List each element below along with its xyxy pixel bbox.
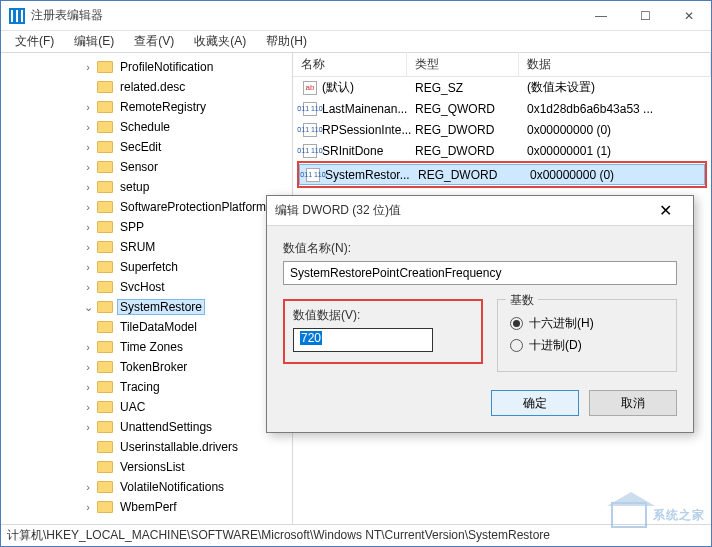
column-data[interactable]: 数据 bbox=[519, 52, 711, 77]
folder-icon bbox=[97, 201, 113, 213]
tree-item[interactable]: ›WbemPerf bbox=[1, 497, 292, 517]
tree-item[interactable]: ›VolatileNotifications bbox=[1, 477, 292, 497]
value-data: 0x1d28db6a6b43a53 ... bbox=[523, 102, 707, 116]
chevron-down-icon[interactable]: ⌄ bbox=[81, 301, 95, 314]
window-titlebar: 注册表编辑器 — ☐ ✕ bbox=[1, 1, 711, 31]
column-name[interactable]: 名称 bbox=[293, 52, 407, 77]
value-row[interactable]: 011 110RPSessionInte...REG_DWORD0x000000… bbox=[297, 119, 707, 140]
folder-icon bbox=[97, 261, 113, 273]
value-data: 0x00000001 (1) bbox=[523, 144, 707, 158]
tree-item[interactable]: ›UnattendSettings bbox=[1, 417, 292, 437]
binary-value-icon: 011 110 bbox=[303, 102, 317, 116]
chevron-right-icon[interactable]: › bbox=[81, 241, 95, 253]
chevron-right-icon[interactable]: › bbox=[81, 101, 95, 113]
chevron-right-icon[interactable]: › bbox=[81, 341, 95, 353]
value-type: REG_DWORD bbox=[414, 168, 526, 182]
tree-item-label: related.desc bbox=[117, 79, 188, 95]
tree-item[interactable]: ›SvcHost bbox=[1, 277, 292, 297]
cancel-button[interactable]: 取消 bbox=[589, 390, 677, 416]
chevron-right-icon[interactable]: › bbox=[81, 381, 95, 393]
tree-item[interactable]: ›Superfetch bbox=[1, 257, 292, 277]
radio-dec-label: 十进制(D) bbox=[529, 337, 582, 354]
tree-item-label: ProfileNotification bbox=[117, 59, 216, 75]
chevron-right-icon[interactable]: › bbox=[81, 141, 95, 153]
value-row[interactable]: 011 110LastMainenan...REG_QWORD0x1d28db6… bbox=[297, 98, 707, 119]
folder-icon bbox=[97, 141, 113, 153]
window-controls: — ☐ ✕ bbox=[579, 1, 711, 31]
chevron-right-icon[interactable]: › bbox=[81, 181, 95, 193]
tree-item[interactable]: ›SoftwareProtectionPlatform bbox=[1, 197, 292, 217]
tree-item[interactable]: TileDataModel bbox=[1, 317, 292, 337]
folder-icon bbox=[97, 481, 113, 493]
tree-item[interactable]: ›SecEdit bbox=[1, 137, 292, 157]
ok-button[interactable]: 确定 bbox=[491, 390, 579, 416]
chevron-right-icon[interactable]: › bbox=[81, 501, 95, 513]
registry-tree[interactable]: ›ProfileNotificationrelated.desc›RemoteR… bbox=[1, 53, 293, 524]
dialog-title: 编辑 DWORD (32 位)值 bbox=[275, 202, 645, 219]
tree-item[interactable]: VersionsList bbox=[1, 457, 292, 477]
tree-item[interactable]: ›Time Zones bbox=[1, 337, 292, 357]
column-type[interactable]: 类型 bbox=[407, 52, 519, 77]
chevron-right-icon[interactable]: › bbox=[81, 481, 95, 493]
tree-item[interactable]: related.desc bbox=[1, 77, 292, 97]
chevron-right-icon[interactable]: › bbox=[81, 261, 95, 273]
folder-icon bbox=[97, 421, 113, 433]
window-title: 注册表编辑器 bbox=[31, 7, 579, 24]
tree-item[interactable]: ›SRUM bbox=[1, 237, 292, 257]
radio-hex[interactable]: 十六进制(H) bbox=[510, 315, 664, 332]
chevron-right-icon[interactable]: › bbox=[81, 361, 95, 373]
tree-item-label: Schedule bbox=[117, 119, 173, 135]
regedit-icon bbox=[9, 8, 25, 24]
tree-item-label: UAC bbox=[117, 399, 148, 415]
folder-icon bbox=[97, 161, 113, 173]
minimize-button[interactable]: — bbox=[579, 1, 623, 31]
menu-help[interactable]: 帮助(H) bbox=[256, 31, 317, 52]
radio-dec[interactable]: 十进制(D) bbox=[510, 337, 664, 354]
value-row[interactable]: ab(默认)REG_SZ(数值未设置) bbox=[297, 77, 707, 98]
folder-icon bbox=[97, 321, 113, 333]
tree-item[interactable]: ›UAC bbox=[1, 397, 292, 417]
menu-edit[interactable]: 编辑(E) bbox=[64, 31, 124, 52]
value-row[interactable]: 011 110SRInitDoneREG_DWORD0x00000001 (1) bbox=[297, 140, 707, 161]
base-group-label: 基数 bbox=[506, 292, 538, 309]
chevron-right-icon[interactable]: › bbox=[81, 421, 95, 433]
value-name: (默认) bbox=[322, 79, 354, 96]
menu-view[interactable]: 查看(V) bbox=[124, 31, 184, 52]
maximize-button[interactable]: ☐ bbox=[623, 1, 667, 31]
tree-item[interactable]: ›RemoteRegistry bbox=[1, 97, 292, 117]
chevron-right-icon[interactable]: › bbox=[81, 161, 95, 173]
tree-item[interactable]: ›SPP bbox=[1, 217, 292, 237]
value-data-label: 数值数据(V): bbox=[293, 307, 473, 324]
binary-value-icon: 011 110 bbox=[306, 168, 320, 182]
folder-icon bbox=[97, 501, 113, 513]
folder-icon bbox=[97, 221, 113, 233]
folder-icon bbox=[97, 61, 113, 73]
tree-item[interactable]: ›Tracing bbox=[1, 377, 292, 397]
chevron-right-icon[interactable]: › bbox=[81, 61, 95, 73]
chevron-right-icon[interactable]: › bbox=[81, 281, 95, 293]
folder-icon bbox=[97, 301, 113, 313]
tree-item[interactable]: Userinstallable.drivers bbox=[1, 437, 292, 457]
value-row[interactable]: 011 110SystemRestor...REG_DWORD0x0000000… bbox=[299, 164, 705, 185]
tree-item[interactable]: ›setup bbox=[1, 177, 292, 197]
chevron-right-icon[interactable]: › bbox=[81, 201, 95, 213]
value-name-label: 数值名称(N): bbox=[283, 240, 677, 257]
chevron-right-icon[interactable]: › bbox=[81, 221, 95, 233]
folder-icon bbox=[97, 121, 113, 133]
dialog-close-button[interactable]: ✕ bbox=[645, 201, 685, 220]
value-data-input[interactable]: 720 bbox=[293, 328, 433, 352]
tree-item[interactable]: ›TokenBroker bbox=[1, 357, 292, 377]
menu-file[interactable]: 文件(F) bbox=[5, 31, 64, 52]
menu-favorites[interactable]: 收藏夹(A) bbox=[184, 31, 256, 52]
folder-icon bbox=[97, 441, 113, 453]
chevron-right-icon[interactable]: › bbox=[81, 401, 95, 413]
tree-item[interactable]: ›Sensor bbox=[1, 157, 292, 177]
tree-item[interactable]: ›ProfileNotification bbox=[1, 57, 292, 77]
chevron-right-icon[interactable]: › bbox=[81, 121, 95, 133]
value-name-input[interactable] bbox=[283, 261, 677, 285]
close-button[interactable]: ✕ bbox=[667, 1, 711, 31]
binary-value-icon: 011 110 bbox=[303, 144, 317, 158]
tree-item[interactable]: ⌄SystemRestore bbox=[1, 297, 292, 317]
folder-icon bbox=[97, 361, 113, 373]
tree-item[interactable]: ›Schedule bbox=[1, 117, 292, 137]
